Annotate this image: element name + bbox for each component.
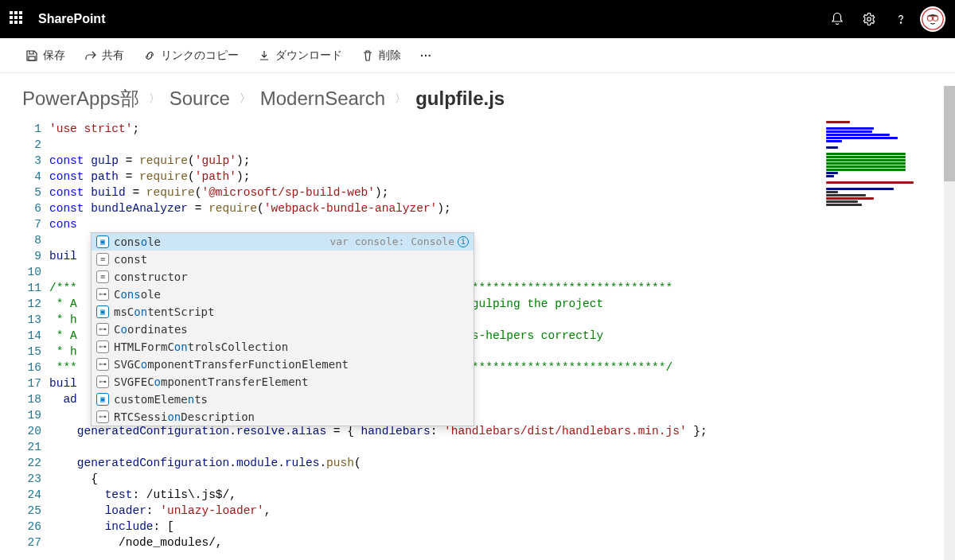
line-number: 14 xyxy=(22,328,49,344)
code-line[interactable]: 21 xyxy=(22,439,817,455)
line-number: 27 xyxy=(22,535,49,550)
line-number: 9 xyxy=(22,248,49,264)
copy-link-button[interactable]: リンクのコピー xyxy=(137,44,245,68)
autocomplete-popup[interactable]: ▣consolevar console: Consolei≡const≡cons… xyxy=(91,232,474,426)
vertical-scrollbar[interactable] xyxy=(944,86,955,550)
code-line[interactable]: 5const build = require('@microsoft/sp-bu… xyxy=(22,185,817,200)
code-line[interactable]: 4const path = require('path'); xyxy=(22,169,817,185)
line-number: 21 xyxy=(22,439,49,455)
completion-detail: var console: Consolei xyxy=(329,234,469,250)
code-line[interactable]: 22 generatedConfiguration.module.rules.p… xyxy=(22,455,817,471)
line-number: 11 xyxy=(22,280,49,296)
autocomplete-item[interactable]: ⊶SVGFEComponentTransferElement xyxy=(92,373,474,391)
save-label: 保存 xyxy=(43,49,65,63)
line-number: 6 xyxy=(22,200,49,216)
code-line[interactable]: 3const gulp = require('gulp'); xyxy=(22,153,817,169)
completion-label: Coordinates xyxy=(114,321,469,337)
autocomplete-item[interactable]: ▣msContentScript xyxy=(92,303,474,321)
breadcrumb: PowerApps部 〉 Source 〉 ModernSearch 〉 gul… xyxy=(22,86,933,111)
line-number: 5 xyxy=(22,185,49,200)
share-button[interactable]: 共有 xyxy=(78,44,131,68)
line-number: 20 xyxy=(22,423,49,439)
autocomplete-item[interactable]: ▣customElements xyxy=(92,391,474,408)
autocomplete-item[interactable]: ⊶HTMLFormControlsCollection xyxy=(92,338,474,356)
line-number: 15 xyxy=(22,344,49,360)
command-bar: 保存 共有 リンクのコピー ダウンロード 削除 ··· xyxy=(0,38,955,73)
breadcrumb-current: gulpfile.js xyxy=(415,88,505,110)
completion-label: HTMLFormControlsCollection xyxy=(114,339,469,355)
help-icon[interactable] xyxy=(888,6,914,32)
chevron-right-icon: 〉 xyxy=(395,91,406,106)
svg-point-1 xyxy=(900,22,901,23)
download-label: ダウンロード xyxy=(275,49,342,63)
info-icon[interactable]: i xyxy=(458,236,469,247)
completion-label: console xyxy=(114,234,325,250)
svg-point-0 xyxy=(867,18,871,21)
autocomplete-item[interactable]: ⊶Console xyxy=(92,286,474,303)
completion-label: SVGComponentTransferFunctionElement xyxy=(114,356,469,372)
app-launcher-icon[interactable] xyxy=(10,11,25,27)
breadcrumb-item-2[interactable]: ModernSearch xyxy=(260,88,385,110)
chevron-right-icon: 〉 xyxy=(240,91,251,106)
line-number: 25 xyxy=(22,503,49,519)
line-number: 1 xyxy=(22,121,49,137)
code-line[interactable]: 27 /node_modules/, xyxy=(22,535,817,550)
completion-label: customElements xyxy=(114,391,469,407)
completion-label: SVGFEComponentTransferElement xyxy=(114,374,469,390)
code-line[interactable]: 23 { xyxy=(22,471,817,487)
line-number: 12 xyxy=(22,296,49,312)
download-button[interactable]: ダウンロード xyxy=(251,44,349,68)
suite-header: SharePoint xyxy=(0,0,955,38)
line-number: 24 xyxy=(22,487,49,503)
breadcrumb-item-0[interactable]: PowerApps部 xyxy=(22,86,139,111)
completion-kind-icon: ▣ xyxy=(96,393,109,406)
code-line[interactable]: 1'use strict'; xyxy=(22,121,817,137)
completion-kind-icon: ⊶ xyxy=(96,375,109,388)
code-line[interactable]: 24 test: /utils\.js$/, xyxy=(22,487,817,503)
line-number: 13 xyxy=(22,312,49,328)
line-number: 4 xyxy=(22,169,49,185)
code-line[interactable]: 7cons xyxy=(22,216,817,232)
autocomplete-item[interactable]: ≡constructor xyxy=(92,268,474,286)
scrollbar-thumb[interactable] xyxy=(944,86,955,181)
completion-kind-icon: ▣ xyxy=(96,305,109,318)
line-number: 19 xyxy=(22,407,49,423)
brand-label[interactable]: SharePoint xyxy=(38,12,824,26)
breadcrumb-item-1[interactable]: Source xyxy=(170,88,230,110)
completion-label: constructor xyxy=(114,269,469,285)
delete-button[interactable]: 削除 xyxy=(355,44,407,68)
code-line[interactable]: 2 xyxy=(22,137,817,153)
code-editor[interactable]: 1'use strict';23const gulp = require('gu… xyxy=(22,121,817,550)
line-number: 22 xyxy=(22,455,49,471)
line-number: 16 xyxy=(22,360,49,375)
completion-label: const xyxy=(114,251,469,267)
autocomplete-item[interactable]: ⊶RTCSessionDescription xyxy=(92,408,474,426)
completion-kind-icon: ⊶ xyxy=(96,358,109,371)
line-number: 7 xyxy=(22,216,49,232)
code-line[interactable]: 26 include: [ xyxy=(22,519,817,535)
autocomplete-item[interactable]: ⊶Coordinates xyxy=(92,321,474,338)
more-commands-button[interactable]: ··· xyxy=(414,45,439,67)
line-number: 23 xyxy=(22,471,49,487)
autocomplete-item[interactable]: ≡const xyxy=(92,251,474,268)
line-number: 2 xyxy=(22,137,49,153)
completion-kind-icon: ≡ xyxy=(96,253,109,266)
code-line[interactable]: 25 loader: 'unlazy-loader', xyxy=(22,503,817,519)
autocomplete-item[interactable]: ⊶SVGComponentTransferFunctionElement xyxy=(92,356,474,373)
svg-rect-6 xyxy=(29,56,35,60)
delete-label: 削除 xyxy=(379,49,401,63)
settings-icon[interactable] xyxy=(856,6,882,32)
copy-link-label: リンクのコピー xyxy=(161,49,239,63)
user-avatar[interactable] xyxy=(920,6,945,32)
completion-label: Console xyxy=(114,286,469,302)
code-line[interactable]: 6const bundleAnalyzer = require('webpack… xyxy=(22,200,817,216)
minimap[interactable] xyxy=(826,121,930,550)
line-number: 18 xyxy=(22,391,49,407)
save-button[interactable]: 保存 xyxy=(19,44,72,68)
line-number: 26 xyxy=(22,519,49,535)
notifications-icon[interactable] xyxy=(824,6,850,32)
chevron-right-icon: 〉 xyxy=(149,91,160,106)
autocomplete-item[interactable]: ▣consolevar console: Consolei xyxy=(92,233,474,251)
completion-label: msContentScript xyxy=(114,304,469,320)
line-number: 17 xyxy=(22,375,49,391)
